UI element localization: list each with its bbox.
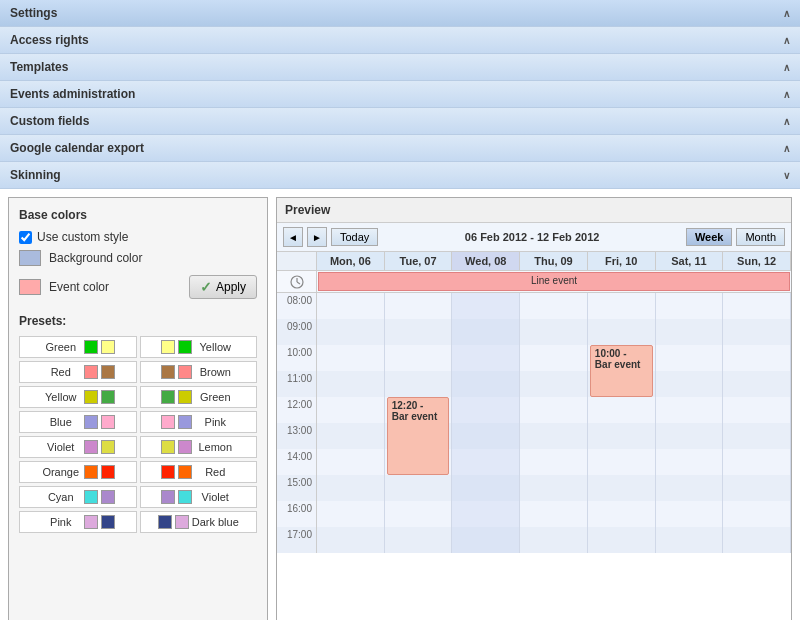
- cal-cell-day1-time16:00[interactable]: [385, 501, 453, 527]
- cal-cell-day2-time15:00[interactable]: [452, 475, 520, 501]
- prev-button[interactable]: ◄: [283, 227, 303, 247]
- preset-green[interactable]: Green: [140, 386, 258, 408]
- cal-cell-day0-time15:00[interactable]: [317, 475, 385, 501]
- cal-cell-day6-time15:00[interactable]: [723, 475, 791, 501]
- background-color-swatch[interactable]: [19, 250, 41, 266]
- preset-violet[interactable]: Violet: [140, 486, 258, 508]
- use-custom-style-checkbox[interactable]: [19, 231, 32, 244]
- preset-orange[interactable]: Orange: [19, 461, 137, 483]
- cal-cell-day6-time09:00[interactable]: [723, 319, 791, 345]
- cal-cell-day1-time17:00[interactable]: [385, 527, 453, 553]
- cal-cell-day4-time14:00[interactable]: [588, 449, 656, 475]
- accordion-custom-fields[interactable]: Custom fields ∧: [0, 108, 800, 135]
- cal-cell-day5-time10:00[interactable]: [656, 345, 724, 371]
- cal-cell-day5-time11:00[interactable]: [656, 371, 724, 397]
- preset-green[interactable]: Green: [19, 336, 137, 358]
- cal-cell-day0-time09:00[interactable]: [317, 319, 385, 345]
- cal-cell-day2-time12:00[interactable]: [452, 397, 520, 423]
- accordion-access-rights[interactable]: Access rights ∧: [0, 27, 800, 54]
- cal-cell-day1-time12:00[interactable]: 12:20 -Bar event: [385, 397, 453, 423]
- cal-cell-day6-time16:00[interactable]: [723, 501, 791, 527]
- cal-cell-day4-time12:00[interactable]: [588, 397, 656, 423]
- cal-cell-day1-time15:00[interactable]: [385, 475, 453, 501]
- cal-cell-day6-time10:00[interactable]: [723, 345, 791, 371]
- cal-cell-day0-time16:00[interactable]: [317, 501, 385, 527]
- accordion-events-admin[interactable]: Events administration ∧: [0, 81, 800, 108]
- cal-cell-day6-time13:00[interactable]: [723, 423, 791, 449]
- accordion-skinning[interactable]: Skinning ∨: [0, 162, 800, 189]
- accordion-templates[interactable]: Templates ∧: [0, 54, 800, 81]
- cal-cell-day6-time17:00[interactable]: [723, 527, 791, 553]
- month-view-button[interactable]: Month: [736, 228, 785, 246]
- accordion-google-export[interactable]: Google calendar export ∧: [0, 135, 800, 162]
- cal-cell-day3-time08:00[interactable]: [520, 293, 588, 319]
- cal-cell-day0-time17:00[interactable]: [317, 527, 385, 553]
- preset-yellow[interactable]: Yellow: [140, 336, 258, 358]
- cal-cell-day5-time12:00[interactable]: [656, 397, 724, 423]
- cal-cell-day2-time13:00[interactable]: [452, 423, 520, 449]
- cal-cell-day5-time16:00[interactable]: [656, 501, 724, 527]
- cal-cell-day4-time09:00[interactable]: [588, 319, 656, 345]
- cal-cell-day4-time13:00[interactable]: [588, 423, 656, 449]
- cal-cell-day5-time14:00[interactable]: [656, 449, 724, 475]
- cal-cell-day3-time14:00[interactable]: [520, 449, 588, 475]
- apply-button[interactable]: ✓ Apply: [189, 275, 257, 299]
- cal-cell-day2-time09:00[interactable]: [452, 319, 520, 345]
- cal-cell-day2-time10:00[interactable]: [452, 345, 520, 371]
- cal-cell-day1-time08:00[interactable]: [385, 293, 453, 319]
- cal-cell-day6-time14:00[interactable]: [723, 449, 791, 475]
- cal-cell-day2-time08:00[interactable]: [452, 293, 520, 319]
- cal-cell-day5-time15:00[interactable]: [656, 475, 724, 501]
- cal-cell-day3-time09:00[interactable]: [520, 319, 588, 345]
- cal-cell-day3-time11:00[interactable]: [520, 371, 588, 397]
- cal-cell-day2-time17:00[interactable]: [452, 527, 520, 553]
- cal-cell-day0-time13:00[interactable]: [317, 423, 385, 449]
- preset-pink[interactable]: Pink: [140, 411, 258, 433]
- cal-cell-day0-time14:00[interactable]: [317, 449, 385, 475]
- cal-cell-day1-time11:00[interactable]: [385, 371, 453, 397]
- cal-cell-day2-time11:00[interactable]: [452, 371, 520, 397]
- cal-cell-day4-time15:00[interactable]: [588, 475, 656, 501]
- cal-cell-day4-time17:00[interactable]: [588, 527, 656, 553]
- cal-cell-day6-time12:00[interactable]: [723, 397, 791, 423]
- cal-cell-day0-time10:00[interactable]: [317, 345, 385, 371]
- week-view-button[interactable]: Week: [686, 228, 733, 246]
- cal-cell-day3-time10:00[interactable]: [520, 345, 588, 371]
- cal-cell-day0-time11:00[interactable]: [317, 371, 385, 397]
- preset-yellow[interactable]: Yellow: [19, 386, 137, 408]
- cal-cell-day1-time10:00[interactable]: [385, 345, 453, 371]
- next-button[interactable]: ►: [307, 227, 327, 247]
- accordion-settings[interactable]: Settings ∧: [0, 0, 800, 27]
- cal-cell-day4-time08:00[interactable]: [588, 293, 656, 319]
- event-color-swatch[interactable]: [19, 279, 41, 295]
- cal-cell-day5-time17:00[interactable]: [656, 527, 724, 553]
- bar-event-1[interactable]: 12:20 -Bar event: [387, 397, 450, 475]
- cal-cell-day5-time09:00[interactable]: [656, 319, 724, 345]
- preset-violet[interactable]: Violet: [19, 436, 137, 458]
- cal-cell-day1-time09:00[interactable]: [385, 319, 453, 345]
- cal-cell-day3-time13:00[interactable]: [520, 423, 588, 449]
- preset-lemon[interactable]: Lemon: [140, 436, 258, 458]
- cal-cell-day3-time12:00[interactable]: [520, 397, 588, 423]
- preset-blue[interactable]: Blue: [19, 411, 137, 433]
- cal-cell-day2-time14:00[interactable]: [452, 449, 520, 475]
- cal-cell-day5-time08:00[interactable]: [656, 293, 724, 319]
- preset-red[interactable]: Red: [19, 361, 137, 383]
- preset-red[interactable]: Red: [140, 461, 258, 483]
- cal-cell-day6-time11:00[interactable]: [723, 371, 791, 397]
- cal-cell-day3-time16:00[interactable]: [520, 501, 588, 527]
- cal-cell-day0-time08:00[interactable]: [317, 293, 385, 319]
- cal-cell-day4-time10:00[interactable]: 10:00 -Bar event: [588, 345, 656, 371]
- cal-cell-day3-time15:00[interactable]: [520, 475, 588, 501]
- today-button[interactable]: Today: [331, 228, 378, 246]
- preset-cyan[interactable]: Cyan: [19, 486, 137, 508]
- cal-cell-day5-time13:00[interactable]: [656, 423, 724, 449]
- cal-cell-day3-time17:00[interactable]: [520, 527, 588, 553]
- cal-cell-day2-time16:00[interactable]: [452, 501, 520, 527]
- preset-dark blue[interactable]: Dark blue: [140, 511, 258, 533]
- preset-pink[interactable]: Pink: [19, 511, 137, 533]
- cal-cell-day0-time12:00[interactable]: [317, 397, 385, 423]
- bar-event-2[interactable]: 10:00 -Bar event: [590, 345, 653, 397]
- line-event[interactable]: Line event: [318, 272, 790, 291]
- cal-cell-day4-time16:00[interactable]: [588, 501, 656, 527]
